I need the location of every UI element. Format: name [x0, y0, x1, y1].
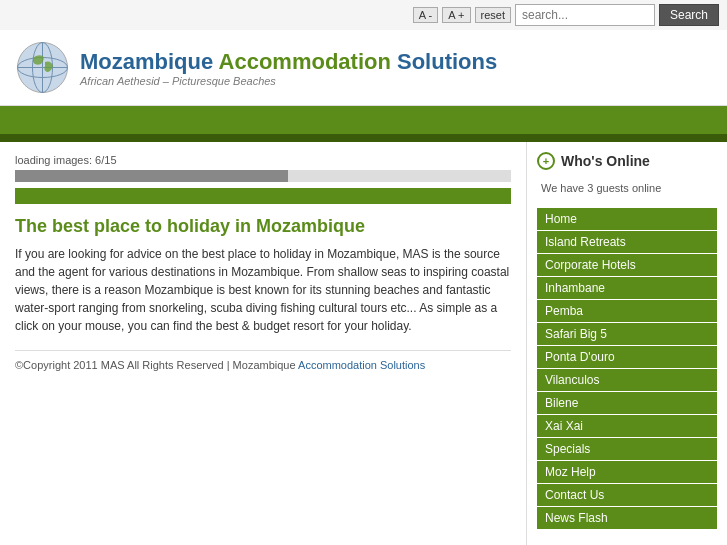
- search-input[interactable]: [515, 4, 655, 26]
- search-button[interactable]: Search: [659, 4, 719, 26]
- whos-online-icon: +: [537, 152, 555, 170]
- sidebar-item-safari-big-5[interactable]: Safari Big 5: [537, 323, 717, 345]
- sidebar-item-island-retreats[interactable]: Island Retreats: [537, 231, 717, 253]
- sidebar-item-contact-us[interactable]: Contact Us: [537, 484, 717, 506]
- whos-online-title: Who's Online: [561, 153, 650, 169]
- page-title: The best place to holiday in Mozambique: [15, 216, 511, 237]
- search-bar: Search: [515, 4, 719, 26]
- logo-text: Mozambique Accommodation Solutions Afric…: [80, 49, 497, 87]
- loading-fill: [15, 170, 288, 182]
- logo-globe-icon: [15, 40, 70, 95]
- sidebar-item-news-flash[interactable]: News Flash: [537, 507, 717, 529]
- sidebar-item-ponta-douro[interactable]: Ponta D'ouro: [537, 346, 717, 368]
- top-bar: A - A + reset Search: [0, 0, 727, 30]
- sidebar-item-inhambane[interactable]: Inhambane: [537, 277, 717, 299]
- site-title: Mozambique Accommodation Solutions: [80, 49, 497, 75]
- sidebar-item-home[interactable]: Home: [537, 208, 717, 230]
- sidebar-item-specials[interactable]: Specials: [537, 438, 717, 460]
- font-decrease-button[interactable]: A -: [413, 7, 438, 23]
- site-subtitle: African Aethesid – Picturesque Beaches: [80, 75, 497, 87]
- nav-bar-dark: [0, 134, 727, 142]
- whos-online-subtitle: We have 3 guests online: [537, 182, 717, 194]
- nav-bar-green: [0, 106, 727, 134]
- sidebar-item-pemba[interactable]: Pemba: [537, 300, 717, 322]
- copyright: ©Copyright 2011 MAS All Rights Reserved …: [15, 350, 511, 371]
- header: Mozambique Accommodation Solutions Afric…: [0, 30, 727, 106]
- sidebar-item-corporate-hotels[interactable]: Corporate Hotels: [537, 254, 717, 276]
- page-body: If you are looking for advice on the bes…: [15, 245, 511, 335]
- sidebar-item-moz-help[interactable]: Moz Help: [537, 461, 717, 483]
- sidebar-item-xai-xai[interactable]: Xai Xai: [537, 415, 717, 437]
- copyright-link[interactable]: Accommodation Solutions: [298, 359, 425, 371]
- progress-green-bar: [15, 188, 511, 204]
- loading-track: [15, 170, 511, 182]
- sidebar-item-bilene[interactable]: Bilene: [537, 392, 717, 414]
- font-increase-button[interactable]: A +: [442, 7, 470, 23]
- main-content: loading images: 6/15 The best place to h…: [0, 142, 727, 545]
- loading-bar-container: loading images: 6/15: [15, 154, 511, 204]
- reset-button[interactable]: reset: [475, 7, 511, 23]
- sidebar-item-vilanculos[interactable]: Vilanculos: [537, 369, 717, 391]
- whos-online-header: + Who's Online: [537, 152, 717, 170]
- loading-text: loading images: 6/15: [15, 154, 511, 166]
- left-panel: loading images: 6/15 The best place to h…: [0, 142, 527, 545]
- nav-menu: HomeIsland RetreatsCorporate HotelsInham…: [537, 208, 717, 529]
- right-panel: + Who's Online We have 3 guests online H…: [527, 142, 727, 545]
